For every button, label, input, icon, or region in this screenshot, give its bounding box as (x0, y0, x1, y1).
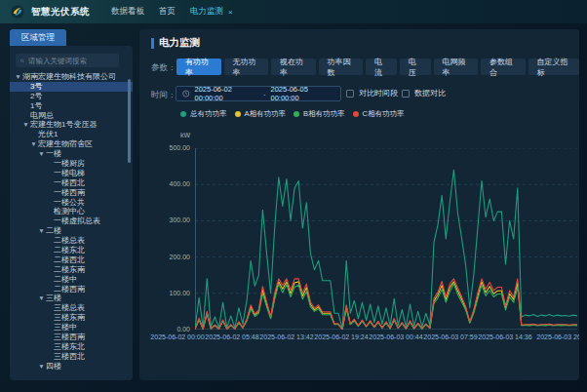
tree-node-label: 宏建生物宿舍区 (38, 139, 93, 148)
title-accent-bar (151, 38, 154, 49)
tree-node[interactable]: 光伏1 (10, 130, 133, 139)
tree-node[interactable]: 一楼电梯 (10, 169, 133, 178)
tree-node[interactable]: 二楼总表 (10, 236, 133, 246)
tree-node[interactable]: ▼一楼 (10, 149, 133, 159)
param-button-inactive[interactable]: 功率因数 (319, 59, 364, 75)
param-button-inactive[interactable]: 电压 (400, 59, 431, 75)
legend-item[interactable]: A相有功功率 (235, 109, 287, 119)
x-tick-label: 2025-06-03 14:36 (478, 333, 531, 340)
sidebar-tab-region[interactable]: 区域管理 (10, 29, 66, 46)
checkbox-1[interactable]: 对比时间段 (346, 88, 398, 98)
legend-item[interactable]: 总有功功率 (180, 109, 227, 119)
tree-node[interactable]: 三楼东北 (10, 342, 133, 352)
tree-node[interactable]: 二楼中 (10, 275, 133, 285)
tree-node[interactable]: 三楼中 (10, 323, 133, 333)
caret-down-icon[interactable]: ▼ (14, 72, 22, 82)
tree-node[interactable]: 一楼西南 (10, 188, 133, 198)
time-start-value[interactable]: 2025-06-02 00:00:00 (195, 85, 258, 102)
tree-node-label: 一楼虚拟总表 (54, 216, 100, 225)
tab-close-icon[interactable]: × (228, 8, 233, 17)
caret-down-icon[interactable]: ▼ (21, 120, 30, 130)
tree-node[interactable]: 检测中心 (10, 207, 133, 216)
param-button-inactive[interactable]: 无功功率 (224, 59, 269, 75)
tree-node-label: 一楼 (46, 149, 61, 158)
checkbox-box-icon[interactable] (402, 90, 410, 98)
time-separator: - (263, 90, 266, 98)
param-button-inactive[interactable]: 电网频率 (434, 59, 479, 75)
page-title: 电力监测 (159, 36, 200, 50)
legend-item[interactable]: B相有功功率 (294, 109, 345, 119)
time-end-value[interactable]: 2025-06-05 00:00:00 (271, 85, 334, 102)
nav-item-1[interactable]: 数据看板 (111, 6, 144, 18)
chart-canvas (195, 148, 577, 330)
tree-node[interactable]: ▼四楼 (10, 362, 133, 372)
tree-node[interactable]: 2号 (10, 92, 133, 101)
tree-node-label: 1号 (30, 101, 42, 110)
tree-node[interactable]: ▼二楼 (10, 226, 133, 236)
tree-node-label: 二楼东南 (54, 265, 85, 274)
tree-node-label: 三楼东南 (54, 313, 85, 322)
tree-node-label: 四楼 (46, 362, 61, 371)
param-button-inactive[interactable]: 参数组合 (481, 59, 526, 75)
tree-node[interactable]: 三楼总表 (10, 303, 133, 313)
checkbox-label: 数据对比 (414, 88, 446, 98)
chart-legend: 总有功功率A相有功功率B相有功功率C相有功功率 (180, 109, 404, 119)
tree-node[interactable]: ▼宏建生物1号变压器 (10, 120, 133, 130)
y-tick-label: 300.00 (139, 216, 190, 223)
region-tree: ▼湖南宏建生物科技有限公司3号2号1号电网总▼宏建生物1号变压器光伏1▼宏建生物… (10, 72, 133, 372)
legend-item[interactable]: C相有功功率 (353, 109, 405, 119)
tree-node[interactable]: 二楼西南 (10, 285, 133, 294)
legend-series-label: 总有功功率 (190, 109, 227, 119)
date-range-picker[interactable]: 2025-06-02 00:00:00 - 2025-06-05 00:00:0… (176, 86, 341, 101)
tree-scrollbar[interactable] (128, 79, 131, 163)
param-button-active[interactable]: 有功功率 (176, 59, 221, 75)
tree-node[interactable]: 1号 (10, 101, 133, 111)
tree-node[interactable]: 二楼东北 (10, 246, 133, 255)
time-label: 时间： (151, 90, 176, 101)
nav-tab-power-monitor[interactable]: 电力监测 × (190, 6, 233, 18)
tree-node[interactable]: ▼宏建生物宿舍区 (10, 139, 133, 149)
tree-node[interactable]: 一楼厨房 (10, 159, 133, 169)
legend-series-label: C相有功功率 (363, 109, 405, 119)
tree-node-label: 2号 (30, 92, 42, 100)
power-chart[interactable] (195, 148, 577, 330)
nav-tab-label: 电力监测 (190, 6, 223, 18)
x-tick-label: 2025-06-02 05:48 (205, 333, 258, 340)
tree-node[interactable]: 二楼东南 (10, 265, 133, 275)
tree-node[interactable]: ▼湖南宏建生物科技有限公司 (10, 72, 133, 82)
param-button-inactive[interactable]: 自定义指标 (528, 59, 579, 75)
tree-search-box[interactable] (16, 54, 119, 67)
tree-node[interactable]: 电网总 (10, 111, 133, 121)
caret-down-icon[interactable]: ▼ (37, 294, 46, 303)
checkbox-box-icon[interactable] (346, 90, 354, 98)
tree-node[interactable]: 一楼虚拟总表 (10, 216, 133, 226)
caret-down-icon[interactable]: ▼ (29, 139, 38, 149)
param-button-inactive[interactable]: 电流 (366, 59, 397, 75)
y-tick-label: 0.00 (139, 326, 190, 333)
tree-node[interactable]: ▼三楼 (10, 294, 133, 303)
tree-node[interactable]: 一楼公共 (10, 198, 133, 208)
caret-down-icon[interactable]: ▼ (37, 149, 46, 159)
tree-node-label: 一楼公共 (54, 198, 85, 207)
param-button-inactive[interactable]: 视在功率 (271, 59, 316, 75)
tree-node[interactable]: 三楼西南 (10, 333, 133, 342)
caret-down-icon[interactable]: ▼ (37, 226, 46, 236)
search-input[interactable] (28, 57, 114, 65)
caret-down-icon[interactable]: ▼ (37, 362, 46, 372)
x-tick-label: 2025-06-02 19:24 (314, 333, 368, 340)
tree-node-label: 三楼 (46, 294, 61, 302)
tree-node[interactable]: 三楼东南 (10, 313, 133, 323)
series-line (195, 279, 577, 330)
checkbox-2[interactable]: 数据对比 (402, 88, 446, 98)
tree-node-label: 三楼中 (54, 323, 77, 332)
x-tick-label: 2025-06-03 20: (536, 333, 579, 340)
x-tick-label: 2025-06-03 00:44 (369, 333, 422, 340)
tree-node[interactable]: 二楼西北 (10, 255, 133, 265)
tree-node[interactable]: 一楼西北 (10, 178, 133, 188)
tree-node[interactable]: 三楼西北 (10, 352, 133, 362)
x-axis-ticks: 2025-06-02 00:002025-06-02 05:482025-06-… (195, 333, 577, 343)
legend-dot-icon (294, 111, 299, 117)
tree-node-label: 三楼西北 (54, 352, 85, 361)
nav-item-2[interactable]: 首页 (159, 6, 176, 18)
tree-node[interactable]: 3号 (10, 82, 133, 92)
